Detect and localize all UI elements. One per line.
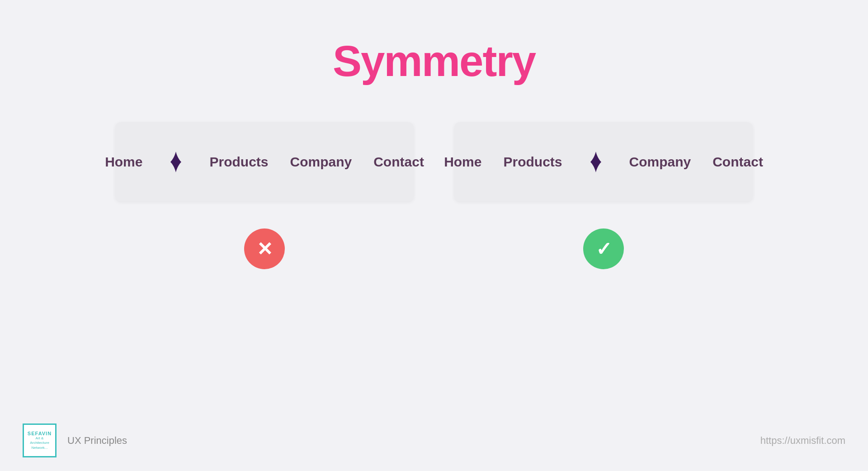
bad-example-container: Home Products Company Contact ✕ — [115, 122, 414, 269]
bad-nav-company[interactable]: Company — [290, 154, 352, 170]
bad-nav-items: Home Products Company Contact — [105, 150, 424, 174]
good-nav-card: Home Products Company Contact — [454, 122, 753, 201]
bad-star-icon — [164, 150, 188, 174]
bad-nav-card: Home Products Company Contact — [115, 122, 414, 201]
bad-nav-home[interactable]: Home — [105, 154, 142, 170]
page-title: Symmetry — [333, 36, 535, 86]
bad-indicator-circle: ✕ — [244, 228, 285, 269]
good-indicator-icon: ✓ — [596, 238, 612, 260]
good-nav-items: Home Products Company Contact — [444, 150, 763, 174]
bad-nav-contact[interactable]: Contact — [373, 154, 424, 170]
bad-nav-products[interactable]: Products — [209, 154, 268, 170]
good-nav-contact[interactable]: Contact — [712, 154, 763, 170]
url-text[interactable]: https://uxmisfit.com — [760, 435, 845, 447]
logo-name: SEFAVIN — [28, 431, 52, 436]
branding-left: SEFAVIN Art &ArchitectureNetwork... UX P… — [23, 423, 127, 457]
bottom-bar: SEFAVIN Art &ArchitectureNetwork... UX P… — [0, 423, 868, 457]
good-indicator-circle: ✓ — [583, 228, 624, 269]
logo-subtitle: Art &ArchitectureNetwork... — [28, 436, 52, 450]
good-nav-company[interactable]: Company — [629, 154, 691, 170]
good-star-icon — [584, 150, 608, 174]
bad-indicator-icon: ✕ — [257, 238, 273, 260]
examples-row: Home Products Company Contact ✕ Home Pro… — [115, 122, 753, 269]
sefavin-logo: SEFAVIN Art &ArchitectureNetwork... — [23, 423, 57, 457]
good-nav-products[interactable]: Products — [503, 154, 562, 170]
ux-principles-label: UX Principles — [67, 435, 127, 447]
good-nav-home[interactable]: Home — [444, 154, 481, 170]
good-example-container: Home Products Company Contact ✓ — [454, 122, 753, 269]
